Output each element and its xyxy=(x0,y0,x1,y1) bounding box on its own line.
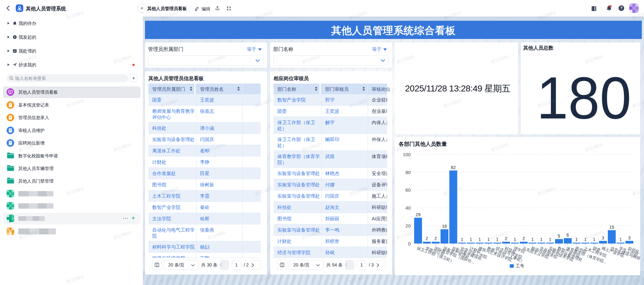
svg-text:5: 5 xyxy=(558,233,560,238)
svg-text:3: 3 xyxy=(628,235,631,240)
svg-text:60: 60 xyxy=(405,187,411,193)
svg-text:29: 29 xyxy=(416,212,421,217)
svg-text:1: 1 xyxy=(540,237,543,242)
svg-text:15: 15 xyxy=(609,225,614,230)
svg-text:1: 1 xyxy=(593,237,596,242)
svg-text:80: 80 xyxy=(405,170,411,175)
svg-text:82: 82 xyxy=(451,165,456,170)
svg-text:100: 100 xyxy=(403,152,411,157)
svg-text:40: 40 xyxy=(405,205,411,211)
svg-text:20: 20 xyxy=(405,223,411,228)
svg-text:1: 1 xyxy=(619,237,622,242)
svg-text:1: 1 xyxy=(470,237,472,242)
svg-text:6: 6 xyxy=(567,233,569,238)
svg-text:1: 1 xyxy=(531,237,534,242)
svg-text:0: 0 xyxy=(408,241,411,246)
svg-text:1: 1 xyxy=(496,237,499,242)
svg-text:2: 2 xyxy=(426,236,428,241)
svg-text:工号: 工号 xyxy=(516,264,524,268)
svg-text:1: 1 xyxy=(549,237,552,242)
svg-text:3: 3 xyxy=(602,235,604,240)
svg-text:1: 1 xyxy=(514,237,516,242)
svg-text:1: 1 xyxy=(575,237,578,242)
svg-text:1: 1 xyxy=(584,237,587,242)
svg-text:1: 1 xyxy=(461,237,464,242)
svg-text:16: 16 xyxy=(442,224,447,229)
svg-text:2: 2 xyxy=(505,236,508,241)
svg-text:1: 1 xyxy=(487,237,490,242)
svg-text:?: ? xyxy=(620,6,623,10)
svg-text:1: 1 xyxy=(479,237,481,242)
svg-text:2: 2 xyxy=(523,236,525,241)
svg-text:2: 2 xyxy=(435,236,437,241)
